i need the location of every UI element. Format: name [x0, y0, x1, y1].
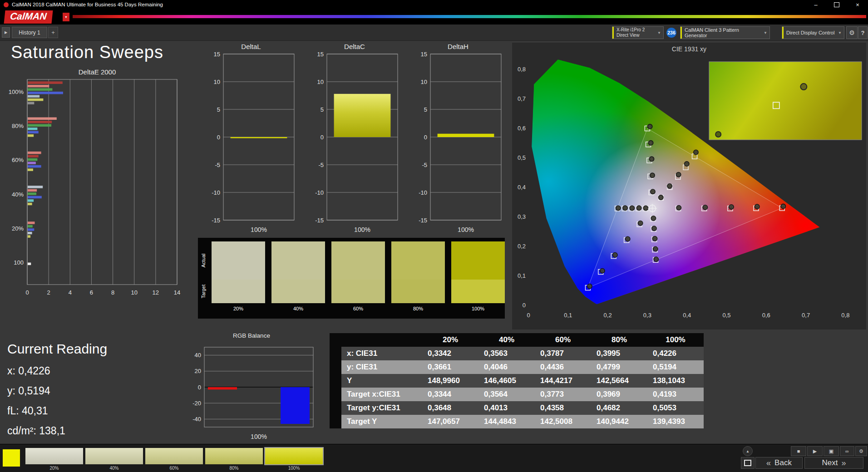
collapse-button[interactable]: ▲: [743, 446, 753, 456]
pattern-thumbnail[interactable]: 20%: [25, 448, 83, 471]
sidebar-expander-button[interactable]: ▶: [2, 27, 10, 38]
svg-text:0,2: 0,2: [518, 243, 526, 250]
pattern-window-button[interactable]: [741, 457, 755, 469]
snapshot-icon: ▣: [829, 448, 833, 454]
cyan-sweep-measured: [630, 206, 634, 210]
svg-text:-5: -5: [422, 162, 427, 168]
measurement-count-badge[interactable]: 236: [666, 28, 676, 38]
table-cell: 0,3648: [422, 401, 478, 415]
green-sweep-measured: [649, 157, 654, 161]
saturation-swatch: 20%: [212, 241, 265, 311]
yellow-sweep-measured: [676, 172, 681, 177]
table-left-strip: [330, 415, 341, 428]
cyan-sweep-measured: [616, 206, 621, 210]
gear-icon: ⚙: [849, 29, 855, 36]
next-label: Next: [822, 458, 838, 467]
add-tab-button[interactable]: +: [48, 27, 58, 38]
meter-dropdown[interactable]: X-Rite i1Pro 2 Direct View ▼: [612, 26, 664, 39]
close-button[interactable]: ×: [847, 0, 868, 9]
svg-text:0: 0: [523, 302, 526, 309]
table-cell: 142,5664: [591, 374, 647, 388]
pattern-thumbnail[interactable]: 60%: [145, 448, 203, 471]
table-cell: 0,3995: [591, 347, 647, 360]
bar: [28, 158, 37, 161]
yellow-sweep-measured: [667, 184, 672, 188]
svg-text:0: 0: [25, 289, 29, 296]
pattern-thumbnail[interactable]: 80%: [205, 448, 263, 471]
svg-text:-5: -5: [318, 162, 324, 168]
svg-text:-10: -10: [212, 189, 220, 196]
bar: [28, 199, 34, 202]
back-button[interactable]: « Back: [755, 457, 803, 469]
toolbar: ▶ History 1 + X-Rite i1Pro 2 Direct View…: [0, 25, 868, 41]
table-cell: 0,3787: [535, 347, 591, 360]
window-titlebar: CalMAN 2018 CalMAN Ultimate for Business…: [0, 0, 868, 9]
svg-text:0,6: 0,6: [518, 125, 526, 132]
svg-text:2: 2: [47, 289, 50, 296]
calman-logo[interactable]: CalMAN: [4, 10, 53, 24]
actual-swatch: [451, 241, 505, 280]
help-button[interactable]: ?: [858, 26, 868, 39]
rgb-balance-chart: 40200-20-40100%: [183, 339, 320, 442]
chevron-down-icon: ▼: [761, 31, 769, 35]
table-cell: 0,3773: [535, 388, 591, 401]
deltae-chart-block: DeltaE 2000 02468101214100%80%60%40%20%1…: [6, 68, 188, 314]
table-left-strip: [330, 401, 341, 415]
target-swatch: [271, 280, 325, 303]
blue-sweep-measured: [613, 253, 617, 257]
pattern-thumbnail-row: 20%40%60%80%100%: [25, 448, 325, 471]
workflow-settings-button[interactable]: ⚙: [855, 446, 867, 456]
tab-history-1[interactable]: History 1: [12, 27, 47, 38]
svg-text:0: 0: [198, 384, 201, 391]
continuous-measure-button[interactable]: ∞: [840, 446, 854, 456]
minimize-button[interactable]: –: [805, 0, 826, 9]
deltac-chart-title: DeltaC: [307, 43, 402, 50]
blue-sweep-measured: [625, 236, 630, 241]
pattern-generator-dropdown[interactable]: CalMAN Client 3 Pattern Generator ▼: [680, 26, 770, 39]
deltac-chart: 151050-5-10-15100%: [307, 50, 402, 241]
display-control-label: Direct Display Control: [786, 30, 834, 35]
logo-menu-button[interactable]: ▼: [63, 13, 69, 21]
table-row-label: Target x:CIE31: [341, 388, 422, 401]
actual-row-label: Actual: [201, 248, 206, 273]
svg-text:100: 100: [14, 259, 24, 266]
display-control-dropdown[interactable]: Direct Display Control ▼: [782, 26, 844, 39]
inset-secondary-marker: [715, 132, 721, 137]
bar: [28, 152, 41, 154]
settings-button[interactable]: ⚙: [846, 26, 858, 39]
rgb-balance-block: RGB Balance 40200-20-40100%: [183, 332, 320, 444]
svg-text:-15: -15: [419, 217, 427, 224]
pattern-thumbnail[interactable]: 100%: [265, 448, 323, 471]
saturation-swatch: 40%: [271, 241, 325, 311]
thumbnail-strip: [85, 448, 143, 464]
maximize-button[interactable]: [826, 0, 847, 9]
table-row-label: y: CIE31: [341, 360, 422, 374]
svg-text:-5: -5: [215, 162, 220, 168]
bar: [334, 94, 391, 137]
next-button[interactable]: Next »: [804, 457, 863, 469]
svg-text:0,8: 0,8: [518, 66, 526, 73]
table-cell: 0,4046: [478, 360, 535, 374]
help-icon: ?: [861, 30, 865, 36]
svg-text:0,1: 0,1: [518, 272, 526, 279]
table-cell: 139,4393: [647, 415, 704, 428]
saturation-swatch: 80%: [391, 241, 445, 311]
snapshot-button[interactable]: ▣: [824, 446, 839, 456]
play-button[interactable]: ▶: [807, 446, 823, 456]
bar: [28, 225, 33, 228]
target-row-label: Target: [201, 279, 206, 304]
bar: [28, 263, 31, 266]
svg-text:-15: -15: [212, 217, 220, 224]
deltah-chart-title: DeltaH: [410, 43, 506, 50]
blue-sweep-measured: [600, 268, 605, 273]
cyan-sweep-measured: [643, 206, 648, 210]
svg-text:40%: 40%: [12, 191, 24, 198]
yellow-sweep-measured: [694, 150, 698, 154]
chevron-down-icon: ▼: [64, 15, 68, 19]
svg-text:0: 0: [424, 134, 427, 141]
stop-button[interactable]: ■: [791, 446, 806, 456]
svg-text:-15: -15: [315, 217, 324, 224]
gear-icon: ⚙: [859, 448, 863, 454]
pattern-thumbnail[interactable]: 40%: [85, 448, 143, 471]
plus-icon: +: [51, 29, 55, 36]
